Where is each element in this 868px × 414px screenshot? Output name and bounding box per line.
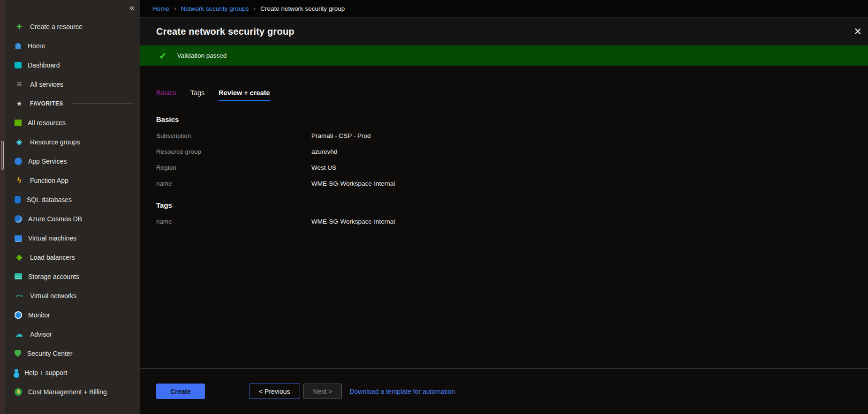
monitor-screen-icon (15, 235, 22, 241)
breadcrumb-link-network-security-groups[interactable]: Network security groups (181, 5, 249, 12)
sidebar-item-load-balancers[interactable]: ◆ Load balancers (5, 248, 140, 267)
sidebar-item-label: Resource groups (30, 138, 80, 146)
sidebar-item-label: All resources (28, 119, 66, 127)
row-value: azurevhd (311, 148, 338, 155)
page-header: Create network security group × (140, 17, 868, 45)
chevron-right-icon: › (174, 5, 176, 12)
validation-banner: ✓ Validation passed (140, 45, 868, 66)
sidebar-item-virtual-networks[interactable]: ‹··› Virtual networks (5, 286, 140, 305)
breadcrumb-current: Create network security group (260, 5, 345, 12)
sidebar-item-label: Help + support (24, 369, 67, 376)
sidebar-collapse-button[interactable]: « (129, 3, 135, 12)
review-row-name: name WME-SG-Workspace-Internal (156, 180, 868, 187)
next-button-disabled[interactable]: Next > (303, 384, 342, 399)
dollar-circle-icon: $ (15, 388, 22, 396)
row-value: WME-SG-Workspace-Internal (311, 180, 395, 187)
breadcrumb: Home › Network security groups › Create … (140, 0, 868, 17)
list-icon: ≡ (15, 80, 24, 89)
person-icon (15, 369, 18, 373)
sidebar-item-monitor[interactable]: Monitor (5, 305, 140, 324)
sidebar-item-sql-databases[interactable]: SQL databases (5, 190, 140, 209)
favorites-divider (72, 103, 134, 104)
sidebar-item-label: Function App (30, 177, 68, 184)
row-value: WME-SG-Workspace-Internal (311, 218, 395, 225)
left-rail-scroll-thumb[interactable] (1, 141, 4, 170)
grid-icon (15, 120, 22, 126)
previous-button[interactable]: < Previous (249, 384, 300, 399)
row-label: Resource group (156, 148, 311, 155)
globe-icon (15, 158, 22, 165)
checkmark-icon: ✓ (159, 50, 167, 61)
row-label: Region (156, 164, 311, 171)
tab-tags[interactable]: Tags (190, 89, 205, 101)
sidebar: « + Create a resource Home Dashboard ≡ A… (5, 0, 140, 414)
sidebar-item-label: Load balancers (30, 254, 75, 261)
sidebar-item-all-services[interactable]: ≡ All services (5, 75, 140, 94)
sidebar-item-azure-cosmos-db[interactable]: Azure Cosmos DB (5, 209, 140, 228)
sidebar-item-advisor[interactable]: ☁ Advisor (5, 324, 140, 344)
storage-stack-icon (15, 273, 22, 279)
favorites-label: FAVORITES (30, 100, 63, 107)
sidebar-item-app-services[interactable]: App Services (5, 151, 140, 171)
tab-review-create[interactable]: Review + create (219, 89, 270, 101)
sidebar-item-label: Virtual machines (28, 234, 76, 242)
sidebar-item-dashboard[interactable]: Dashboard (5, 55, 140, 75)
sidebar-item-label: App Services (28, 158, 67, 165)
sidebar-item-label: Advisor (30, 331, 52, 338)
review-row-region: Region West US (156, 164, 868, 171)
sidebar-item-label: Cost Management + Billing (28, 388, 107, 396)
sidebar-item-label: Storage accounts (28, 273, 79, 280)
basics-section-heading: Basics (156, 115, 868, 123)
tab-bar: Basics Tags Review + create (156, 89, 868, 101)
home-icon (15, 43, 22, 49)
left-rail (0, 0, 5, 414)
review-content: Basics Tags Review + create Basics Subsc… (140, 66, 868, 368)
sidebar-item-all-resources[interactable]: All resources (5, 113, 140, 132)
sidebar-item-label: Home (28, 42, 45, 50)
sidebar-item-security-center[interactable]: Security Center (5, 344, 140, 363)
sidebar-favorites-header: ★ FAVORITES (5, 94, 140, 113)
close-icon[interactable]: × (854, 25, 861, 38)
sidebar-item-label: SQL databases (27, 196, 72, 203)
page-title: Create network security group (156, 26, 294, 37)
row-label: name (156, 218, 311, 225)
review-row-tag-name: name WME-SG-Workspace-Internal (156, 218, 868, 225)
row-value: West US (311, 164, 336, 171)
create-button[interactable]: Create (156, 384, 205, 399)
sidebar-item-storage-accounts[interactable]: Storage accounts (5, 267, 140, 286)
gauge-icon (15, 311, 22, 319)
review-row-resource-group: Resource group azurevhd (156, 148, 868, 155)
database-icon (15, 196, 21, 203)
review-row-subscription: Subscription Pramati - CSP - Prod (156, 132, 868, 139)
sidebar-item-home[interactable]: Home (5, 36, 140, 55)
row-label: name (156, 180, 311, 187)
download-template-link[interactable]: Download a template for automation (349, 388, 455, 395)
sidebar-item-label: Azure Cosmos DB (28, 215, 82, 223)
sidebar-item-virtual-machines[interactable]: Virtual machines (5, 228, 140, 248)
sidebar-item-label: Security Center (27, 350, 72, 357)
tab-basics[interactable]: Basics (156, 89, 176, 101)
sidebar-item-create-a-resource[interactable]: + Create a resource (5, 17, 140, 36)
row-label: Subscription (156, 132, 311, 139)
network-brackets-icon: ‹··› (15, 291, 24, 301)
sidebar-item-cost-management-billing[interactable]: $ Cost Management + Billing (5, 382, 140, 401)
lightning-icon: ϟ (15, 176, 24, 185)
sidebar-item-help-support[interactable]: Help + support (5, 363, 140, 382)
sidebar-item-label: Create a resource (30, 23, 83, 30)
sidebar-item-label: All services (30, 81, 63, 88)
sidebar-item-function-app[interactable]: ϟ Function App (5, 171, 140, 190)
footer-actions: Create < Previous Next > Download a temp… (140, 368, 868, 414)
sidebar-item-label: Monitor (28, 311, 50, 319)
star-icon: ★ (15, 99, 24, 108)
plus-icon: + (15, 22, 24, 31)
sidebar-item-resource-groups[interactable]: ◈ Resource groups (5, 132, 140, 151)
diamond-icon: ◆ (15, 253, 24, 262)
chevron-right-icon: › (254, 5, 256, 12)
breadcrumb-link-home[interactable]: Home (152, 5, 169, 12)
row-value: Pramati - CSP - Prod (311, 132, 371, 139)
sidebar-item-label: Virtual networks (30, 292, 76, 300)
main-panel: Home › Network security groups › Create … (140, 0, 868, 414)
planet-icon (15, 215, 22, 223)
validation-message: Validation passed (177, 52, 227, 59)
shield-icon (15, 350, 21, 357)
